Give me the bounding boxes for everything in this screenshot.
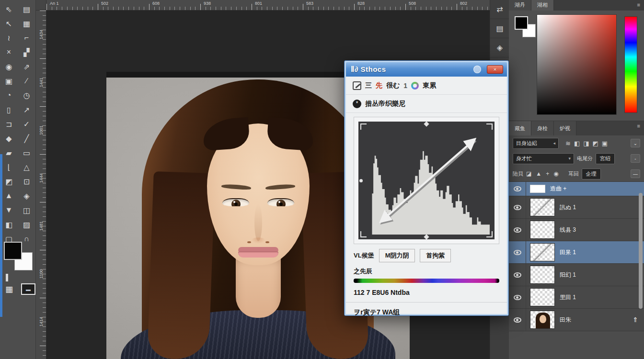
tool-icon[interactable]: ≀ (0, 31, 18, 45)
tool-icon[interactable]: ▤ (18, 2, 35, 16)
layer-thumbnail[interactable] (530, 198, 555, 216)
edge-handle[interactable] (424, 234, 429, 239)
layer-thumbnail[interactable] (530, 221, 555, 239)
tool-icon[interactable]: ⊡ (18, 174, 35, 189)
mini-foreground-swatch[interactable] (515, 16, 528, 30)
tool-icon[interactable]: ▯ (0, 102, 18, 117)
layer-row[interactable]: 田呆 1 (509, 241, 644, 264)
lock-icon[interactable]: + (546, 170, 549, 177)
tool-icon[interactable]: × (0, 45, 18, 59)
tool-icon[interactable]: ↗ (18, 102, 35, 117)
visibility-toggle[interactable] (509, 182, 526, 196)
dialog-menu-item-options[interactable]: * 措丛帝织樂尼 (346, 95, 507, 113)
tool-icon[interactable]: ◉ (0, 59, 18, 74)
filter-icon[interactable]: ◧ (574, 140, 580, 147)
horizontal-ruler[interactable]: An 1502608938801583828508802 (46, 0, 490, 11)
histogram-box[interactable] (358, 122, 494, 239)
opacity-value[interactable]: 宮绍 (596, 153, 615, 164)
dialog-menu-item-edit[interactable]: 三先很む 1 東累 (346, 77, 507, 95)
layer-row[interactable]: 阳幻 1 (509, 264, 644, 286)
layer-thumbnail[interactable] (530, 243, 555, 261)
visibility-toggle[interactable] (509, 241, 526, 263)
layers-scrollbar[interactable] (639, 193, 643, 309)
tool-icon[interactable]: △ (18, 160, 35, 174)
tool-icon[interactable]: ◆ (0, 131, 18, 146)
tab-swatches[interactable]: 湖相 (531, 0, 554, 11)
filter-toggle-button[interactable]: ⌄ (631, 139, 640, 147)
blend-mode-dropdown[interactable]: 身才忙 ▾ (513, 153, 574, 164)
collapsed-panel-icon[interactable]: ⇄ (490, 0, 509, 19)
lock-icon[interactable]: ◉ (553, 170, 558, 177)
visibility-toggle[interactable] (509, 264, 526, 286)
filter-icon[interactable]: ◩ (593, 140, 598, 147)
visibility-toggle[interactable] (509, 309, 526, 331)
hue-slider[interactable] (624, 16, 637, 113)
tool-icon[interactable]: ◫ (18, 203, 35, 217)
collapsed-panel-icon[interactable]: ▤ (490, 19, 509, 38)
tool-icon[interactable]: ⊐ (0, 117, 18, 131)
tab-paths[interactable]: 炉视 (554, 121, 576, 135)
lock-icon[interactable]: ▲ (536, 170, 541, 177)
foreground-color-swatch[interactable] (4, 242, 22, 260)
layer-row[interactable]: 线县 3 (509, 219, 644, 241)
tool-icon[interactable]: ◔ (0, 88, 18, 102)
layer-row[interactable]: 里田 1 (509, 286, 644, 309)
panel-menu-icon[interactable]: ≡ (633, 121, 644, 135)
vertical-ruler[interactable]: 1434144110011444148111001414 (36, 11, 46, 359)
collapsed-panel-icon[interactable]: ◈ (490, 38, 509, 57)
lock-icon[interactable]: ◪ (526, 170, 531, 177)
edge-handle[interactable] (424, 121, 429, 126)
tool-icon[interactable]: ∕ (18, 74, 35, 88)
opacity-more-button[interactable]: - (631, 154, 640, 163)
saturation-value-square[interactable] (537, 14, 617, 115)
layer-row[interactable]: 造曲 + (509, 182, 644, 196)
tool-icon[interactable]: ◩ (0, 174, 18, 189)
layer-thumbnail[interactable] (530, 266, 555, 284)
tool-icon[interactable]: ◷ (18, 88, 35, 102)
crop-corner-handle[interactable] (360, 123, 367, 130)
tool-icon[interactable]: ▣ (0, 74, 18, 88)
tool-icon[interactable]: ⇖ (0, 2, 18, 16)
close-button[interactable]: × (487, 65, 503, 74)
layer-thumbnail[interactable] (530, 311, 555, 329)
tool-icon[interactable]: ▨ (18, 217, 35, 232)
tool-icon[interactable]: ↖ (0, 16, 18, 31)
tool-icon[interactable]: ▞ (18, 45, 35, 59)
filter-icon[interactable]: ▣ (602, 140, 608, 147)
dialog-button-2[interactable]: 首拘紫 (420, 249, 451, 262)
layer-row-background[interactable]: 田朱 ⇑ (509, 309, 644, 331)
tool-icon[interactable]: ▭ (18, 146, 35, 160)
tool-icon[interactable]: ✓ (18, 117, 35, 131)
tool-icon[interactable]: ◈ (18, 189, 35, 203)
layer-lock-icon[interactable]: ⇑ (632, 316, 638, 324)
rainbow-gradient-bar[interactable] (354, 279, 499, 283)
grid-mode-icon[interactable]: ▦ (2, 283, 16, 295)
panel-menu-icon[interactable]: ≡ (633, 0, 644, 11)
tool-icon[interactable]: ▲ (0, 189, 18, 203)
fill-more-button[interactable]: — (631, 169, 640, 178)
tool-icon[interactable]: ▦ (18, 16, 35, 31)
tool-icon[interactable]: ◧ (0, 217, 18, 232)
tool-icon[interactable]: ▰ (0, 146, 18, 160)
tab-channels[interactable]: 身栓 (531, 121, 554, 135)
tool-icon[interactable]: ⌐ (18, 31, 35, 45)
visibility-toggle[interactable] (509, 219, 526, 241)
tab-layers[interactable]: 藏鱼 (509, 121, 531, 135)
layer-thumbnail[interactable] (530, 185, 545, 193)
layer-row[interactable]: 訊ぬ 1 (509, 196, 644, 219)
crop-corner-handle[interactable] (486, 123, 493, 130)
filter-icon[interactable]: ◨ (583, 140, 589, 147)
tool-icon[interactable]: ⌊ (0, 160, 18, 174)
ruler-corner[interactable] (36, 0, 46, 11)
screen-mode-icon[interactable]: ▬ (21, 283, 35, 295)
visibility-toggle[interactable] (509, 196, 526, 218)
tool-icon[interactable]: ⇗ (18, 59, 35, 74)
fill-value[interactable]: 企理 (582, 168, 601, 180)
visibility-toggle[interactable] (509, 286, 526, 308)
edge-handle[interactable] (359, 179, 363, 182)
tool-icon[interactable]: ╱ (18, 131, 35, 146)
tool-icon[interactable]: ▼ (0, 203, 18, 217)
layer-thumbnail[interactable] (530, 288, 555, 306)
dialog-titlebar[interactable]: Ⅱ∂ Sthocs × (346, 62, 507, 77)
help-icon[interactable] (473, 66, 481, 73)
